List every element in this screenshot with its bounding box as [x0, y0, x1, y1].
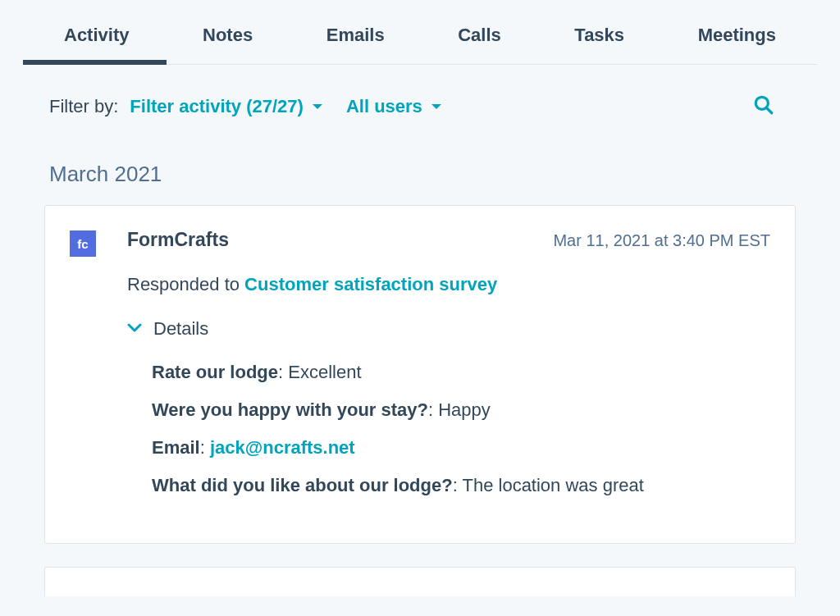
tab-emails[interactable]: Emails	[326, 0, 385, 64]
detail-answer-link[interactable]: jack@ncrafts.net	[210, 437, 355, 458]
detail-line: What did you like about our lodge?: The …	[152, 472, 770, 499]
timeline-card: fc FormCrafts Mar 11, 2021 at 3:40 PM ES…	[44, 205, 796, 544]
filter-users-dropdown[interactable]: All users	[346, 96, 442, 117]
survey-link[interactable]: Customer satisfaction survey	[244, 274, 497, 294]
tab-calls[interactable]: Calls	[458, 0, 501, 64]
tab-tasks[interactable]: Tasks	[574, 0, 624, 64]
timeline-card-next	[44, 567, 796, 596]
detail-answer: The location was great	[462, 475, 643, 495]
detail-question: Email	[152, 437, 200, 458]
detail-question: Rate our lodge	[152, 362, 278, 382]
responded-prefix: Responded to	[127, 274, 244, 294]
detail-line: Were you happy with your stay?: Happy	[152, 397, 770, 423]
details-toggle[interactable]: Details	[127, 318, 770, 340]
tab-meetings[interactable]: Meetings	[698, 0, 776, 64]
search-button[interactable]	[748, 89, 779, 124]
detail-line: Rate our lodge: Excellent	[152, 359, 770, 386]
source-avatar: fc	[70, 230, 96, 257]
caret-down-icon	[431, 103, 442, 111]
detail-answer: Excellent	[288, 362, 361, 382]
tab-activity[interactable]: Activity	[64, 0, 129, 64]
filter-users-label: All users	[346, 96, 422, 117]
detail-question: Were you happy with your stay?	[152, 399, 428, 420]
filter-activity-dropdown[interactable]: Filter activity (27/27)	[130, 96, 323, 117]
search-icon	[753, 94, 774, 116]
svg-line-1	[766, 107, 772, 113]
chevron-down-icon	[127, 322, 142, 336]
detail-question: What did you like about our lodge?	[152, 475, 453, 495]
tabs-bar: Activity Notes Emails Calls Tasks Meetin…	[23, 0, 817, 65]
filter-by-label: Filter by:	[49, 96, 118, 117]
filter-bar: Filter by: Filter activity (27/27) All u…	[20, 65, 820, 132]
filter-activity-label: Filter activity (27/27)	[130, 96, 304, 117]
details-list: Rate our lodge: Excellent Were you happy…	[127, 359, 770, 499]
details-label: Details	[153, 318, 208, 340]
caret-down-icon	[312, 103, 323, 111]
detail-answer: Happy	[438, 399, 491, 420]
tab-notes[interactable]: Notes	[203, 0, 253, 64]
detail-line: Email: jack@ncrafts.net	[152, 435, 770, 461]
responded-line: Responded to Customer satisfaction surve…	[127, 274, 770, 295]
source-name: FormCrafts	[127, 229, 229, 251]
month-heading: March 2021	[20, 132, 820, 205]
timeline-timestamp: Mar 11, 2021 at 3:40 PM EST	[553, 231, 770, 250]
